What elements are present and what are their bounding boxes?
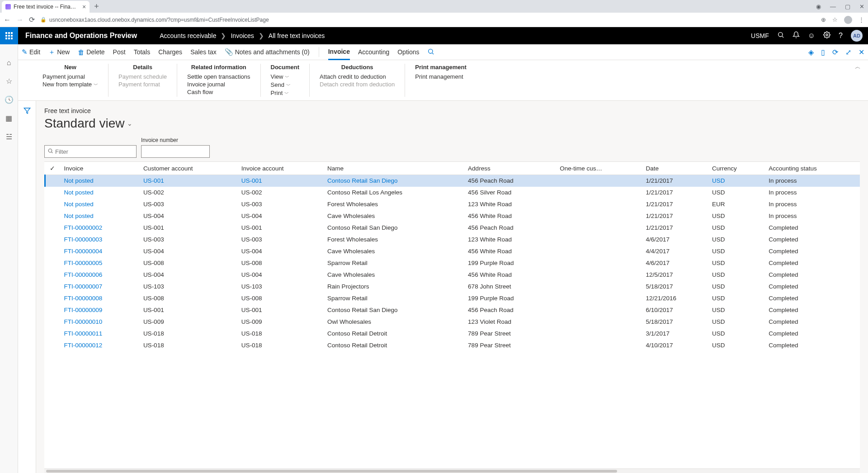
- table-row[interactable]: FTI-00000005US-008US-008Sparrow Retail19…: [45, 257, 860, 269]
- zoom-icon[interactable]: ⊕: [821, 16, 826, 23]
- back-icon[interactable]: ←: [4, 16, 11, 24]
- row-selector[interactable]: [45, 234, 60, 246]
- invoice-link[interactable]: FTI-00000006: [60, 269, 139, 281]
- column-header[interactable]: Invoice account: [237, 162, 323, 175]
- table-row[interactable]: Not postedUS-003US-003Forest Wholesales1…: [45, 199, 860, 210]
- column-header[interactable]: Address: [463, 162, 555, 175]
- close-icon[interactable]: ×: [82, 3, 86, 10]
- user-avatar[interactable]: AD: [851, 30, 863, 42]
- charges-button[interactable]: Charges: [158, 48, 182, 56]
- bell-icon[interactable]: [793, 31, 800, 40]
- invoice-link[interactable]: FTI-00000009: [60, 304, 139, 316]
- table-row[interactable]: FTI-00000006US-004US-004Cave Wholesales4…: [45, 269, 860, 281]
- column-header[interactable]: Accounting status: [764, 162, 860, 175]
- close-window-icon[interactable]: ✕: [859, 3, 864, 10]
- view-selector[interactable]: Standard view ⌄: [44, 116, 860, 131]
- profile-indicator-icon[interactable]: ◉: [816, 3, 821, 10]
- table-row[interactable]: Not postedUS-001US-001Contoso Retail San…: [45, 175, 860, 187]
- list-icon[interactable]: ☱: [6, 132, 12, 141]
- diamond-icon[interactable]: ◈: [808, 48, 814, 57]
- row-selector[interactable]: [45, 340, 60, 351]
- column-header[interactable]: Date: [642, 162, 708, 175]
- filter-pane-icon[interactable]: [24, 107, 31, 473]
- row-selector[interactable]: [45, 281, 60, 293]
- browser-tab[interactable]: Free text invoice -- Fina… ×: [2, 1, 90, 13]
- table-row[interactable]: FTI-00000002US-001US-001Contoso Retail S…: [45, 222, 860, 234]
- table-row[interactable]: FTI-00000011US-018US-018Contoso Retail D…: [45, 328, 860, 340]
- row-selector[interactable]: [45, 257, 60, 269]
- row-selector[interactable]: [45, 246, 60, 257]
- invoice-link[interactable]: Not posted: [60, 210, 139, 222]
- invoice-link[interactable]: Not posted: [60, 175, 139, 187]
- favorite-icon[interactable]: ☆: [832, 16, 838, 23]
- column-header[interactable]: Name: [323, 162, 463, 175]
- breadcrumb-area[interactable]: Invoices: [231, 32, 254, 39]
- view-link[interactable]: View﹀: [271, 73, 300, 80]
- column-header[interactable]: One-time cus…: [555, 162, 641, 175]
- select-all-column[interactable]: ✓: [45, 162, 60, 175]
- send-link[interactable]: Send﹀: [271, 81, 300, 89]
- print-link[interactable]: Print﹀: [271, 90, 300, 97]
- new-button[interactable]: ＋New: [48, 48, 70, 57]
- column-header[interactable]: Invoice: [60, 162, 139, 175]
- settle-transactions-link[interactable]: Settle open transactions: [187, 73, 250, 80]
- invoice-link[interactable]: FTI-00000010: [60, 316, 139, 328]
- row-selector[interactable]: [45, 293, 60, 304]
- invoice-link[interactable]: FTI-00000003: [60, 234, 139, 246]
- table-row[interactable]: Not postedUS-002US-002Contoso Retail Los…: [45, 187, 860, 199]
- row-selector[interactable]: [45, 328, 60, 340]
- invoice-link[interactable]: FTI-00000007: [60, 281, 139, 293]
- star-icon[interactable]: ☆: [6, 77, 12, 85]
- payment-journal-link[interactable]: Payment journal: [42, 73, 98, 80]
- table-row[interactable]: FTI-00000012US-018US-018Contoso Retail D…: [45, 340, 860, 351]
- row-selector[interactable]: [45, 175, 60, 187]
- help-icon[interactable]: ?: [839, 32, 843, 40]
- delete-button[interactable]: 🗑Delete: [78, 48, 104, 56]
- new-from-template-link[interactable]: New from template﹀: [42, 81, 98, 88]
- gear-icon[interactable]: [823, 31, 830, 40]
- invoice-number-input[interactable]: [141, 145, 210, 158]
- table-row[interactable]: FTI-00000008US-008US-008Sparrow Retail19…: [45, 293, 860, 304]
- invoice-link[interactable]: Not posted: [60, 187, 139, 199]
- row-selector[interactable]: [45, 210, 60, 222]
- post-button[interactable]: Post: [113, 48, 126, 56]
- row-selector[interactable]: [45, 222, 60, 234]
- browser-menu-icon[interactable]: ⋮: [859, 16, 864, 23]
- tab-accounting[interactable]: Accounting: [358, 48, 389, 56]
- recent-icon[interactable]: 🕓: [5, 95, 14, 104]
- row-selector[interactable]: [45, 199, 60, 210]
- app-launcher[interactable]: [0, 27, 18, 44]
- address-bar[interactable]: 🔒 usnconeboxax1aos.cloud.onebox.dynamics…: [40, 17, 269, 23]
- invoice-link[interactable]: FTI-00000012: [60, 340, 139, 351]
- invoice-journal-link[interactable]: Invoice journal: [187, 81, 250, 88]
- row-selector[interactable]: [45, 316, 60, 328]
- new-tab-button[interactable]: +: [94, 2, 99, 11]
- invoice-link[interactable]: FTI-00000004: [60, 246, 139, 257]
- invoice-link[interactable]: Not posted: [60, 199, 139, 210]
- quick-filter[interactable]: [44, 145, 137, 158]
- column-header[interactable]: Currency: [708, 162, 764, 175]
- invoice-link[interactable]: FTI-00000008: [60, 293, 139, 304]
- cash-flow-link[interactable]: Cash flow: [187, 89, 250, 95]
- popout-icon[interactable]: ⤢: [845, 48, 851, 57]
- table-row[interactable]: FTI-00000003US-003US-003Forest Wholesale…: [45, 234, 860, 246]
- minimize-icon[interactable]: —: [830, 3, 836, 10]
- row-selector[interactable]: [45, 269, 60, 281]
- office-icon[interactable]: ▯: [821, 48, 825, 57]
- search-icon[interactable]: [777, 31, 784, 40]
- tab-options[interactable]: Options: [397, 48, 419, 56]
- sales-tax-button[interactable]: Sales tax: [190, 48, 217, 56]
- totals-button[interactable]: Totals: [134, 48, 151, 56]
- table-row[interactable]: FTI-00000009US-001US-001Contoso Retail S…: [45, 304, 860, 316]
- maximize-icon[interactable]: ▢: [845, 3, 850, 10]
- column-header[interactable]: Customer account: [139, 162, 237, 175]
- reload-icon[interactable]: ⟳: [29, 15, 35, 24]
- refresh-icon[interactable]: ⟳: [832, 48, 838, 57]
- notes-button[interactable]: 📎Notes and attachments (0): [225, 48, 310, 56]
- print-management-link[interactable]: Print management: [415, 73, 466, 80]
- invoice-link[interactable]: FTI-00000011: [60, 328, 139, 340]
- invoice-link[interactable]: FTI-00000005: [60, 257, 139, 269]
- filter-input[interactable]: [55, 148, 133, 155]
- table-row[interactable]: FTI-00000007US-103US-103Rain Projectors6…: [45, 281, 860, 293]
- browser-avatar[interactable]: [844, 16, 852, 24]
